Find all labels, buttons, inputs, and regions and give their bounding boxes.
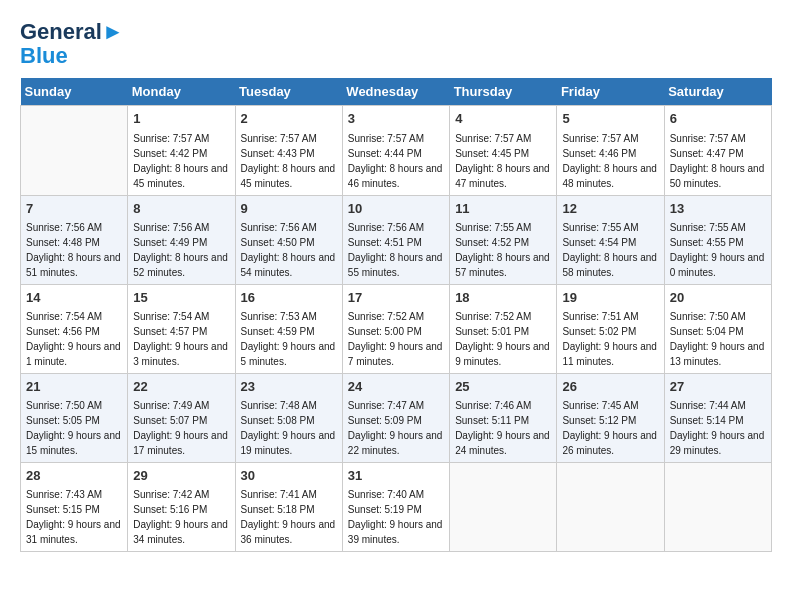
day-info: Sunrise: 7:50 AMSunset: 5:05 PMDaylight:…	[26, 398, 122, 458]
day-number: 11	[455, 200, 551, 218]
calendar-cell	[450, 463, 557, 552]
calendar-cell: 5Sunrise: 7:57 AMSunset: 4:46 PMDaylight…	[557, 106, 664, 195]
calendar-cell: 17Sunrise: 7:52 AMSunset: 5:00 PMDayligh…	[342, 284, 449, 373]
logo-blue: Blue	[20, 44, 124, 68]
day-number: 7	[26, 200, 122, 218]
day-info: Sunrise: 7:57 AMSunset: 4:44 PMDaylight:…	[348, 131, 444, 191]
calendar-cell: 3Sunrise: 7:57 AMSunset: 4:44 PMDaylight…	[342, 106, 449, 195]
calendar-cell: 2Sunrise: 7:57 AMSunset: 4:43 PMDaylight…	[235, 106, 342, 195]
day-number: 24	[348, 378, 444, 396]
col-header-wednesday: Wednesday	[342, 78, 449, 106]
day-number: 18	[455, 289, 551, 307]
day-info: Sunrise: 7:55 AMSunset: 4:52 PMDaylight:…	[455, 220, 551, 280]
day-info: Sunrise: 7:57 AMSunset: 4:46 PMDaylight:…	[562, 131, 658, 191]
calendar-cell: 12Sunrise: 7:55 AMSunset: 4:54 PMDayligh…	[557, 195, 664, 284]
day-number: 16	[241, 289, 337, 307]
day-info: Sunrise: 7:52 AMSunset: 5:00 PMDaylight:…	[348, 309, 444, 369]
calendar-week-row: 7Sunrise: 7:56 AMSunset: 4:48 PMDaylight…	[21, 195, 772, 284]
calendar-cell: 30Sunrise: 7:41 AMSunset: 5:18 PMDayligh…	[235, 463, 342, 552]
day-number: 3	[348, 110, 444, 128]
col-header-thursday: Thursday	[450, 78, 557, 106]
calendar-cell	[664, 463, 771, 552]
day-number: 9	[241, 200, 337, 218]
day-info: Sunrise: 7:49 AMSunset: 5:07 PMDaylight:…	[133, 398, 229, 458]
calendar-cell: 8Sunrise: 7:56 AMSunset: 4:49 PMDaylight…	[128, 195, 235, 284]
day-number: 19	[562, 289, 658, 307]
day-info: Sunrise: 7:42 AMSunset: 5:16 PMDaylight:…	[133, 487, 229, 547]
day-info: Sunrise: 7:53 AMSunset: 4:59 PMDaylight:…	[241, 309, 337, 369]
page-header: General► Blue	[20, 20, 772, 68]
calendar-header-row: SundayMondayTuesdayWednesdayThursdayFrid…	[21, 78, 772, 106]
calendar-cell: 24Sunrise: 7:47 AMSunset: 5:09 PMDayligh…	[342, 373, 449, 462]
day-number: 4	[455, 110, 551, 128]
calendar-cell	[21, 106, 128, 195]
calendar-cell: 15Sunrise: 7:54 AMSunset: 4:57 PMDayligh…	[128, 284, 235, 373]
calendar-cell: 25Sunrise: 7:46 AMSunset: 5:11 PMDayligh…	[450, 373, 557, 462]
day-info: Sunrise: 7:56 AMSunset: 4:51 PMDaylight:…	[348, 220, 444, 280]
calendar-cell: 11Sunrise: 7:55 AMSunset: 4:52 PMDayligh…	[450, 195, 557, 284]
day-number: 31	[348, 467, 444, 485]
day-number: 23	[241, 378, 337, 396]
day-info: Sunrise: 7:46 AMSunset: 5:11 PMDaylight:…	[455, 398, 551, 458]
day-info: Sunrise: 7:56 AMSunset: 4:48 PMDaylight:…	[26, 220, 122, 280]
day-number: 6	[670, 110, 766, 128]
day-info: Sunrise: 7:55 AMSunset: 4:55 PMDaylight:…	[670, 220, 766, 280]
day-info: Sunrise: 7:55 AMSunset: 4:54 PMDaylight:…	[562, 220, 658, 280]
day-info: Sunrise: 7:40 AMSunset: 5:19 PMDaylight:…	[348, 487, 444, 547]
day-number: 15	[133, 289, 229, 307]
calendar-week-row: 28Sunrise: 7:43 AMSunset: 5:15 PMDayligh…	[21, 463, 772, 552]
day-info: Sunrise: 7:44 AMSunset: 5:14 PMDaylight:…	[670, 398, 766, 458]
day-info: Sunrise: 7:43 AMSunset: 5:15 PMDaylight:…	[26, 487, 122, 547]
day-info: Sunrise: 7:54 AMSunset: 4:57 PMDaylight:…	[133, 309, 229, 369]
day-number: 12	[562, 200, 658, 218]
calendar-cell: 26Sunrise: 7:45 AMSunset: 5:12 PMDayligh…	[557, 373, 664, 462]
calendar-cell: 14Sunrise: 7:54 AMSunset: 4:56 PMDayligh…	[21, 284, 128, 373]
day-info: Sunrise: 7:41 AMSunset: 5:18 PMDaylight:…	[241, 487, 337, 547]
day-number: 22	[133, 378, 229, 396]
day-info: Sunrise: 7:48 AMSunset: 5:08 PMDaylight:…	[241, 398, 337, 458]
day-info: Sunrise: 7:56 AMSunset: 4:50 PMDaylight:…	[241, 220, 337, 280]
day-number: 10	[348, 200, 444, 218]
day-number: 1	[133, 110, 229, 128]
calendar-cell: 22Sunrise: 7:49 AMSunset: 5:07 PMDayligh…	[128, 373, 235, 462]
day-number: 5	[562, 110, 658, 128]
calendar-week-row: 1Sunrise: 7:57 AMSunset: 4:42 PMDaylight…	[21, 106, 772, 195]
day-number: 25	[455, 378, 551, 396]
day-number: 28	[26, 467, 122, 485]
day-number: 14	[26, 289, 122, 307]
day-info: Sunrise: 7:57 AMSunset: 4:47 PMDaylight:…	[670, 131, 766, 191]
calendar-cell	[557, 463, 664, 552]
col-header-sunday: Sunday	[21, 78, 128, 106]
calendar-cell: 4Sunrise: 7:57 AMSunset: 4:45 PMDaylight…	[450, 106, 557, 195]
day-info: Sunrise: 7:45 AMSunset: 5:12 PMDaylight:…	[562, 398, 658, 458]
logo: General► Blue	[20, 20, 124, 68]
day-number: 8	[133, 200, 229, 218]
calendar-cell: 29Sunrise: 7:42 AMSunset: 5:16 PMDayligh…	[128, 463, 235, 552]
day-info: Sunrise: 7:47 AMSunset: 5:09 PMDaylight:…	[348, 398, 444, 458]
day-info: Sunrise: 7:56 AMSunset: 4:49 PMDaylight:…	[133, 220, 229, 280]
day-info: Sunrise: 7:54 AMSunset: 4:56 PMDaylight:…	[26, 309, 122, 369]
calendar-cell: 13Sunrise: 7:55 AMSunset: 4:55 PMDayligh…	[664, 195, 771, 284]
day-number: 27	[670, 378, 766, 396]
calendar-cell: 27Sunrise: 7:44 AMSunset: 5:14 PMDayligh…	[664, 373, 771, 462]
calendar-cell: 19Sunrise: 7:51 AMSunset: 5:02 PMDayligh…	[557, 284, 664, 373]
calendar-cell: 6Sunrise: 7:57 AMSunset: 4:47 PMDaylight…	[664, 106, 771, 195]
col-header-tuesday: Tuesday	[235, 78, 342, 106]
day-number: 21	[26, 378, 122, 396]
day-info: Sunrise: 7:50 AMSunset: 5:04 PMDaylight:…	[670, 309, 766, 369]
col-header-saturday: Saturday	[664, 78, 771, 106]
calendar-cell: 9Sunrise: 7:56 AMSunset: 4:50 PMDaylight…	[235, 195, 342, 284]
calendar-cell: 10Sunrise: 7:56 AMSunset: 4:51 PMDayligh…	[342, 195, 449, 284]
day-info: Sunrise: 7:57 AMSunset: 4:42 PMDaylight:…	[133, 131, 229, 191]
calendar-cell: 21Sunrise: 7:50 AMSunset: 5:05 PMDayligh…	[21, 373, 128, 462]
col-header-monday: Monday	[128, 78, 235, 106]
calendar-table: SundayMondayTuesdayWednesdayThursdayFrid…	[20, 78, 772, 552]
day-info: Sunrise: 7:57 AMSunset: 4:43 PMDaylight:…	[241, 131, 337, 191]
calendar-cell: 20Sunrise: 7:50 AMSunset: 5:04 PMDayligh…	[664, 284, 771, 373]
calendar-cell: 16Sunrise: 7:53 AMSunset: 4:59 PMDayligh…	[235, 284, 342, 373]
day-number: 29	[133, 467, 229, 485]
calendar-cell: 31Sunrise: 7:40 AMSunset: 5:19 PMDayligh…	[342, 463, 449, 552]
day-info: Sunrise: 7:51 AMSunset: 5:02 PMDaylight:…	[562, 309, 658, 369]
day-number: 2	[241, 110, 337, 128]
day-number: 17	[348, 289, 444, 307]
